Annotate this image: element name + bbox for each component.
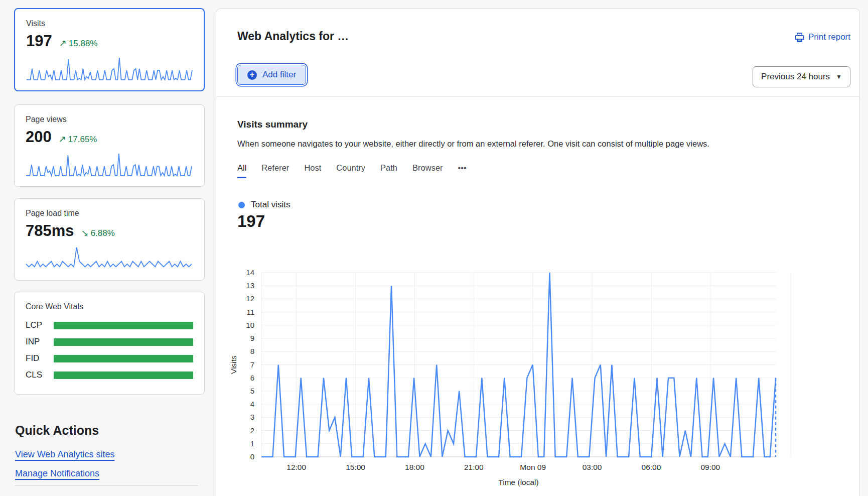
cwv-bar-fid (54, 355, 193, 362)
y-tick-label: 1 (250, 439, 254, 448)
card-page-views-value: 200 (26, 128, 52, 146)
y-tick-label: 7 (250, 360, 254, 369)
chart-legend: Total visits (238, 200, 290, 210)
cwv-label: INP (26, 337, 54, 347)
add-filter-button[interactable]: + Add filter (237, 65, 306, 85)
x-tick-label: 15:00 (346, 463, 365, 471)
cwv-label: LCP (26, 320, 54, 330)
x-axis-title: Time (local) (498, 478, 538, 486)
card-page-load-time-delta: ↘6.88% (81, 227, 115, 238)
cwv-label: CLS (26, 370, 54, 380)
y-tick-label: 0 (250, 452, 254, 461)
y-tick-label: 5 (250, 387, 254, 395)
y-tick-label: 3 (250, 413, 254, 421)
dimension-tabs: AllRefererHostCountryPathBrowser••• (237, 163, 467, 178)
tab-browser[interactable]: Browser (412, 163, 443, 178)
view-web-analytics-sites-link[interactable]: View Web Analytics sites (15, 449, 114, 460)
tab-all[interactable]: All (237, 163, 246, 178)
y-tick-label: 13 (246, 281, 254, 290)
header-divider (216, 96, 859, 97)
x-tick-label: 21:00 (464, 463, 484, 471)
card-page-views[interactable]: Page views 200 ↗17.65% (14, 104, 205, 187)
chevron-down-icon: ▼ (836, 73, 842, 80)
cwv-row-cls: CLS (26, 370, 193, 380)
visits-sparkline (26, 55, 193, 81)
y-tick-label: 14 (246, 268, 254, 277)
cwv-row-fid: FID (26, 353, 193, 363)
y-axis-title: Visits (229, 355, 238, 374)
legend-label: Total visits (251, 200, 290, 210)
manage-notifications-link[interactable]: Manage Notifications (15, 468, 99, 479)
y-tick-label: 12 (246, 294, 254, 303)
x-tick-label: 12:00 (286, 463, 306, 471)
quick-actions-title: Quick Actions (15, 423, 99, 438)
main-panel: Web Analytics for … Print report + Add f… (216, 8, 860, 496)
tab-host[interactable]: Host (304, 163, 321, 178)
print-report-link[interactable]: Print report (795, 32, 850, 42)
cwv-bar-lcp (54, 322, 193, 329)
printer-icon (795, 33, 804, 42)
visits-line-chart: 0123456789101112131412:0015:0018:0021:00… (221, 260, 848, 496)
x-tick-label: 18:00 (405, 463, 424, 471)
x-tick-label: 06:00 (642, 463, 661, 471)
cwv-label: FID (26, 353, 54, 363)
tab-more[interactable]: ••• (458, 163, 467, 178)
y-tick-label: 2 (250, 426, 254, 435)
x-tick-label: 09:00 (700, 463, 720, 471)
total-visits-value: 197 (237, 212, 265, 231)
sidebar-divider (15, 485, 198, 486)
y-tick-label: 8 (250, 347, 254, 355)
card-visits[interactable]: Visits 197 ↗15.88% (14, 8, 205, 91)
y-tick-label: 11 (246, 308, 254, 316)
page-views-sparkline (26, 151, 192, 177)
visits-summary-description: When someone navigates to your website, … (237, 139, 709, 149)
page-load-sparkline (26, 245, 192, 271)
x-tick-label: Mon 09 (520, 463, 546, 471)
visits-chart: 0123456789101112131412:0015:0018:0021:00… (221, 260, 848, 496)
visits-summary-title: Visits summary (237, 119, 308, 130)
card-visits-delta: ↗15.88% (59, 38, 98, 49)
card-page-load-time-label: Page load time (26, 209, 193, 218)
print-report-label: Print report (808, 32, 850, 42)
y-tick-label: 9 (250, 334, 254, 342)
trend-up-icon: ↗ (59, 38, 67, 48)
cwv-row-lcp: LCP (26, 320, 193, 330)
card-page-load-time-value: 785ms (26, 222, 74, 240)
time-range-value: Previous 24 hours (761, 72, 830, 82)
trend-down-icon: ↘ (81, 228, 89, 238)
page-title: Web Analytics for … (237, 30, 349, 43)
plus-icon: + (247, 70, 257, 80)
tab-path[interactable]: Path (380, 163, 397, 178)
cwv-row-inp: INP (26, 337, 193, 347)
tab-country[interactable]: Country (336, 163, 365, 178)
y-tick-label: 6 (250, 374, 254, 382)
trend-up-icon: ↗ (59, 134, 66, 144)
tab-referer[interactable]: Referer (261, 163, 289, 178)
card-page-load-time[interactable]: Page load time 785ms ↘6.88% (14, 198, 205, 281)
core-web-vitals-title: Core Web Vitals (26, 302, 193, 311)
card-visits-value: 197 (26, 32, 52, 50)
y-tick-label: 4 (250, 400, 254, 408)
cwv-bar-inp (54, 338, 193, 346)
time-range-dropdown[interactable]: Previous 24 hours ▼ (753, 66, 850, 87)
cwv-bar-cls (54, 371, 193, 379)
card-visits-label: Visits (26, 19, 193, 28)
card-core-web-vitals[interactable]: Core Web Vitals LCP INP FID CLS (14, 292, 205, 395)
card-page-views-label: Page views (26, 115, 193, 124)
y-tick-label: 10 (246, 321, 254, 329)
legend-dot-icon (238, 202, 245, 208)
card-page-views-delta: ↗17.65% (59, 134, 97, 145)
add-filter-label: Add filter (262, 70, 296, 80)
x-tick-label: 03:00 (583, 463, 602, 471)
